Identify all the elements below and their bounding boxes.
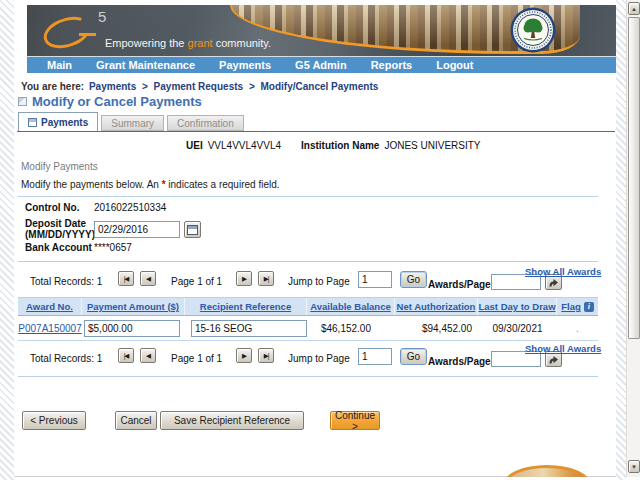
page-title: Modify or Cancel Payments (18, 94, 202, 109)
flag-value: . (576, 323, 579, 334)
control-no-label: Control No. (25, 202, 79, 213)
go-button[interactable]: Go (400, 271, 427, 288)
previous-button[interactable]: < Previous (22, 411, 86, 430)
flag-info-icon[interactable]: i (584, 302, 594, 312)
show-all-awards-link[interactable]: Show All Awards (525, 266, 601, 277)
nav-item-grant-maintenance[interactable]: Grant Maintenance (84, 59, 207, 71)
pagination-top: Total Records: 1 |◀ ◀ Page 1 of 1 ▶ ▶| J… (14, 265, 616, 296)
tab-summary[interactable]: Summary (101, 115, 164, 131)
g5-application-window: 5 Empowering the grant community. Main G… (0, 0, 640, 480)
header-banner: 5 Empowering the grant community. (27, 5, 616, 56)
calendar-icon (187, 225, 198, 235)
previous-page-button[interactable]: ◀ (140, 271, 156, 286)
jump-to-page-input[interactable] (358, 348, 392, 365)
deposit-date-input[interactable] (94, 221, 180, 238)
first-page-button[interactable]: |◀ (118, 271, 134, 286)
go-arrow-icon (548, 354, 559, 365)
sort-award-no[interactable]: Award No. (26, 301, 73, 312)
nav-item-main[interactable]: Main (27, 59, 84, 71)
section-divider (18, 261, 598, 262)
main-content: 5 Empowering the grant community. Main G… (14, 0, 616, 480)
nav-item-payments[interactable]: Payments (207, 59, 283, 71)
award-number-link[interactable]: P007A150007 (18, 323, 81, 334)
nav-item-reports[interactable]: Reports (359, 59, 425, 71)
sort-recipient-reference[interactable]: Recipient Reference (200, 301, 291, 312)
sort-last-day-to-draw[interactable]: Last Day to Draw (478, 301, 555, 312)
institution-name-value: JONES UNIVERSITY (384, 140, 480, 151)
g5-logo-5: 5 (98, 8, 106, 25)
department-of-education-seal-icon (510, 7, 556, 53)
page-icon (28, 118, 37, 127)
window-icon (18, 97, 27, 106)
scrollbar-thumb[interactable] (628, 17, 640, 339)
breadcrumb-link-payment-requests[interactable]: Payment Requests (154, 81, 243, 92)
section-divider (18, 196, 598, 197)
awards-per-page-label: Awards/Page: (428, 356, 494, 367)
main-nav: Main Grant Maintenance Payments G5 Admin… (27, 56, 616, 73)
save-recipient-reference-button[interactable]: Save Recipient Reference (160, 411, 304, 430)
page-title-text: Modify or Cancel Payments (32, 94, 202, 109)
first-page-button[interactable]: |◀ (118, 348, 134, 363)
tab-strip: Payments Summary Confirmation (18, 112, 244, 131)
vertical-scrollbar[interactable]: ▲ ▼ (626, 0, 640, 477)
uei-label: UEI (186, 140, 203, 151)
g5-logo-bar (79, 33, 96, 36)
recipient-reference-input[interactable] (191, 320, 307, 337)
scroll-up-button[interactable]: ▲ (628, 2, 640, 15)
breadcrumb-link-modify-cancel[interactable]: Modify/Cancel Payments (261, 81, 379, 92)
control-no-value: 2016022510334 (94, 202, 166, 213)
cancel-button[interactable]: Cancel (115, 411, 157, 430)
total-records: Total Records: 1 (30, 353, 102, 364)
deposit-date-label: Deposit Date (MM/DD/YYYY) (25, 218, 95, 240)
last-day-to-draw-value: 09/30/2021 (478, 323, 557, 334)
breadcrumb-separator: > (249, 81, 255, 92)
page-indicator: Page 1 of 1 (171, 276, 222, 287)
sort-available-balance[interactable]: Available Balance (310, 301, 390, 312)
awards-per-page-label: Awards/Page: (428, 279, 494, 290)
section-heading: Modify Payments (21, 161, 98, 172)
tab-confirmation[interactable]: Confirmation (167, 115, 244, 131)
sort-payment-amount[interactable]: Payment Amount ($) (87, 301, 179, 312)
go-arrow-icon (548, 277, 559, 288)
breadcrumb-link-payments[interactable]: Payments (89, 81, 136, 92)
show-all-awards-link[interactable]: Show All Awards (525, 343, 601, 354)
breadcrumb-separator: > (142, 81, 148, 92)
tab-payments[interactable]: Payments (18, 112, 98, 131)
scroll-down-button[interactable]: ▼ (628, 460, 640, 473)
payments-table: Award No. Payment Amount ($) Recipient R… (18, 297, 598, 341)
uei-value: VVL4VVL4VVL4 (208, 140, 281, 151)
action-button-bar: < Previous Cancel Save Recipient Referen… (14, 411, 616, 431)
breadcrumb: You are here: Payments > Payment Request… (21, 81, 380, 92)
section-divider (18, 376, 598, 377)
breadcrumb-prefix: You are here: (21, 81, 84, 92)
calendar-button[interactable] (184, 221, 201, 238)
tagline: Empowering the grant community. (105, 37, 271, 49)
available-balance-value: $46,152.00 (307, 323, 395, 334)
last-page-button[interactable]: ▶| (258, 271, 274, 286)
continue-button[interactable]: Continue > (330, 411, 380, 430)
next-page-button[interactable]: ▶ (236, 348, 252, 363)
go-button[interactable]: Go (400, 348, 427, 365)
last-page-button[interactable]: ▶| (258, 348, 274, 363)
nav-item-logout[interactable]: Logout (424, 59, 485, 71)
payment-amount-input[interactable] (84, 320, 180, 337)
institution-name-label: Institution Name (301, 140, 379, 151)
tab-underline (17, 131, 615, 132)
total-records: Total Records: 1 (30, 276, 102, 287)
sort-flag[interactable]: Flag (561, 301, 581, 312)
left-decorative-band (0, 0, 14, 480)
nav-item-g5-admin[interactable]: G5 Admin (283, 59, 359, 71)
institution-summary: UEIVVL4VVL4VVL4Institution NameJONES UNI… (186, 140, 501, 151)
sort-net-authorization[interactable]: Net Authorization (397, 301, 476, 312)
jump-to-page-label: Jump to Page (288, 353, 350, 364)
pagination-bottom: Total Records: 1 |◀ ◀ Page 1 of 1 ▶ ▶| J… (14, 342, 616, 373)
tagline-grant-highlight: grant (188, 37, 213, 49)
next-page-button[interactable]: ▶ (236, 271, 252, 286)
net-authorization-value: $94,452.00 (395, 323, 478, 334)
bank-account-label: Bank Account (25, 242, 92, 253)
jump-to-page-input[interactable] (358, 271, 392, 288)
table-header-row: Award No. Payment Amount ($) Recipient R… (18, 297, 598, 316)
table-row: P007A150007 $46,152.00 $94,452.00 09/30/… (18, 316, 598, 341)
bank-account-value: ****0657 (94, 242, 132, 253)
previous-page-button[interactable]: ◀ (140, 348, 156, 363)
